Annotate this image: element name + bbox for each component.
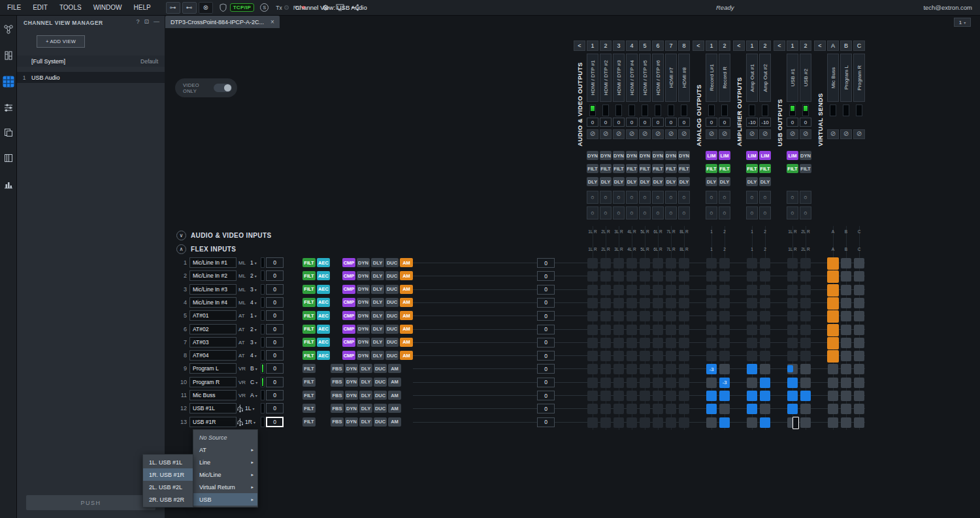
input-proc-am[interactable]: AM xyxy=(388,378,401,387)
chart-icon[interactable] xyxy=(3,178,14,190)
input-channel-select[interactable]: 1L▾ xyxy=(245,405,254,412)
input-gain[interactable]: 0 xyxy=(266,390,284,400)
output-label-hdmi-dtp-2[interactable]: HDMI / DTP #2 xyxy=(600,54,612,102)
input-proc-filt[interactable]: FILT xyxy=(302,325,316,334)
output-label-program-r[interactable]: Program R xyxy=(853,54,865,102)
crosspoint[interactable] xyxy=(666,285,676,295)
menu-edit[interactable]: EDIT xyxy=(27,4,54,11)
output-header-usb-1[interactable]: 1 xyxy=(787,40,798,51)
crosspoint[interactable] xyxy=(854,338,864,348)
crosspoint[interactable] xyxy=(627,378,637,388)
output-proc-dyn[interactable]: DYN xyxy=(665,151,677,160)
input-gain-post[interactable]: 0 xyxy=(537,311,555,321)
menu-item-virtual-return[interactable]: Virtual Return▸ xyxy=(193,481,257,493)
output-proc-dyn[interactable]: DYN xyxy=(678,151,690,160)
crosspoint[interactable] xyxy=(627,298,637,308)
input-proc-duc[interactable]: DUC xyxy=(385,338,399,347)
input-proc-dly[interactable]: DLY xyxy=(359,391,372,400)
collapse-usb-button[interactable]: < xyxy=(774,40,785,51)
crosspoint[interactable] xyxy=(854,285,864,295)
output-knob[interactable]: ○ xyxy=(678,206,690,219)
crosspoint[interactable] xyxy=(666,378,676,388)
output-header-av-6[interactable]: 6 xyxy=(652,40,664,51)
menu-file[interactable]: FILE xyxy=(1,4,27,11)
output-label-hdmi-dtp-3[interactable]: HDMI / DTP #3 xyxy=(613,54,625,102)
input-proc-cmp[interactable]: CMP xyxy=(342,258,355,267)
input-name-program-r[interactable]: Program R xyxy=(189,377,237,387)
input-proc-cmp[interactable]: CMP xyxy=(342,351,355,360)
output-knob[interactable]: ○ xyxy=(652,206,664,219)
input-proc-am[interactable]: AM xyxy=(400,311,413,320)
output-proc-filt[interactable]: FILT xyxy=(719,164,730,173)
output-mute-button[interactable]: ⊘ xyxy=(587,129,598,139)
input-proc-filt[interactable]: FILT xyxy=(302,285,316,294)
input-proc-dyn[interactable]: DYN xyxy=(345,391,358,400)
output-mute-button[interactable]: ⊘ xyxy=(853,129,865,139)
input-proc-am[interactable]: AM xyxy=(388,404,401,413)
crosspoint[interactable] xyxy=(841,391,851,401)
input-proc-am[interactable]: AM xyxy=(388,417,401,427)
collapse-amp-button[interactable]: < xyxy=(733,40,745,51)
input-channel-select[interactable]: 3▾ xyxy=(250,339,257,346)
output-mute-button[interactable]: ⊘ xyxy=(719,129,730,139)
crosspoint[interactable] xyxy=(666,311,676,321)
input-proc-aec[interactable]: AEC xyxy=(317,298,330,307)
output-proc-dly[interactable]: DLY xyxy=(759,177,771,186)
crosspoint[interactable] xyxy=(747,351,757,361)
crosspoint[interactable] xyxy=(679,271,689,282)
crosspoint-tie[interactable] xyxy=(747,391,757,401)
input-proc-duc[interactable]: DUC xyxy=(385,298,399,307)
crosspoint[interactable] xyxy=(841,271,851,282)
crosspoint[interactable] xyxy=(760,298,770,308)
crosspoint[interactable] xyxy=(706,338,717,348)
output-proc-filt[interactable]: FILT xyxy=(600,164,612,173)
input-proc-filt[interactable]: FILT xyxy=(302,364,316,373)
crosspoint[interactable] xyxy=(854,378,864,388)
crosspoint[interactable] xyxy=(600,311,611,321)
input-gain-post[interactable]: 0 xyxy=(537,417,555,427)
crosspoint[interactable] xyxy=(627,271,637,282)
crosspoint[interactable] xyxy=(640,258,650,268)
crosspoint[interactable] xyxy=(679,338,689,348)
crosspoint[interactable] xyxy=(747,325,757,335)
input-proc-cmp[interactable]: CMP xyxy=(342,311,355,320)
output-proc-dly[interactable]: DLY xyxy=(587,177,598,186)
crosspoint[interactable] xyxy=(600,298,611,308)
output-knob[interactable]: ○ xyxy=(665,206,677,219)
crosspoint[interactable] xyxy=(787,338,798,348)
output-label-hdmi-dtp-4[interactable]: HDMI / DTP #4 xyxy=(626,54,638,102)
input-gain-post[interactable]: 0 xyxy=(537,325,555,334)
crosspoint[interactable] xyxy=(613,285,624,295)
input-proc-dly[interactable]: DLY xyxy=(371,311,384,320)
crosspoint[interactable] xyxy=(587,298,598,308)
crosspoint[interactable] xyxy=(600,285,611,295)
input-proc-filt[interactable]: FILT xyxy=(302,391,316,400)
crosspoint[interactable] xyxy=(747,271,757,282)
crosspoint[interactable] xyxy=(653,338,663,348)
input-name-usb-1r[interactable]: USB #1R xyxy=(189,417,237,427)
menu-tools[interactable]: TOOLS xyxy=(54,4,88,11)
crosspoint[interactable] xyxy=(640,325,650,335)
input-proc-dyn[interactable]: DYN xyxy=(357,271,370,280)
output-proc-lim[interactable]: LIM xyxy=(719,151,730,160)
matrix-grid-icon[interactable] xyxy=(3,76,14,88)
crosspoint[interactable] xyxy=(613,364,624,374)
crosspoint[interactable] xyxy=(706,378,717,388)
input-proc-am[interactable]: AM xyxy=(400,271,413,280)
menu-item-mic-line[interactable]: Mic/Line▸ xyxy=(193,468,257,481)
crosspoint[interactable] xyxy=(587,364,598,374)
crosspoint[interactable] xyxy=(653,258,663,268)
output-header-av-5[interactable]: 5 xyxy=(639,40,651,51)
crosspoint[interactable] xyxy=(787,258,798,268)
submenu-item-1r-usb-1r[interactable]: 1R. USB #1R xyxy=(143,468,193,481)
menu-item-no-source[interactable]: No Source xyxy=(193,431,257,444)
output-header-amp-2[interactable]: 2 xyxy=(759,40,771,51)
output-knob[interactable]: ○ xyxy=(665,191,677,204)
output-proc-filt[interactable]: FILT xyxy=(587,164,598,173)
output-mute-button[interactable]: ⊘ xyxy=(706,129,717,139)
input-gain-post[interactable]: 0 xyxy=(537,378,555,387)
crosspoint[interactable] xyxy=(787,271,798,282)
crosspoint[interactable] xyxy=(787,285,798,295)
output-knob[interactable]: ○ xyxy=(719,206,730,219)
crosspoint[interactable] xyxy=(760,351,770,361)
